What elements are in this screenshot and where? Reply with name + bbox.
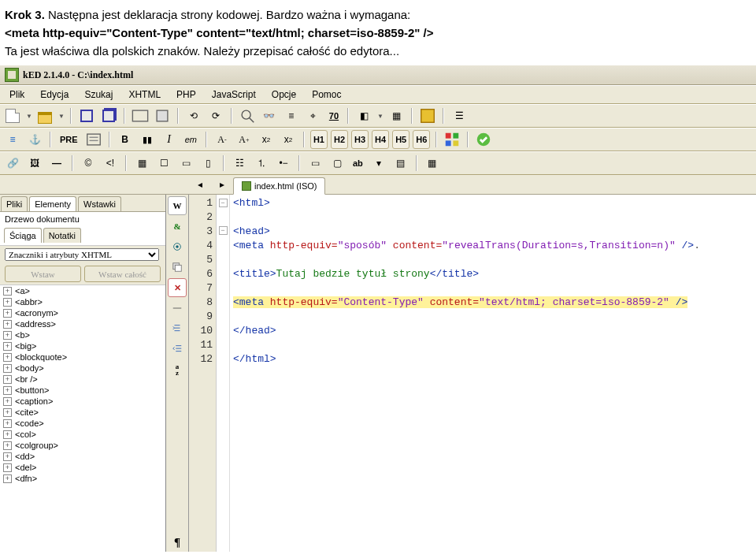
tool-1[interactable] [131,106,150,125]
vbtn-pilcrow[interactable]: ¶ [168,533,187,552]
image-button[interactable]: 🖼 [25,154,44,173]
italic-button[interactable]: I [160,130,179,149]
vbtn-target[interactable] [168,237,187,256]
h2-button[interactable]: H2 [331,130,348,149]
tree-node[interactable]: +<button> [0,385,165,396]
li-button[interactable]: •− [274,154,293,173]
fold-marker[interactable]: − [219,226,228,235]
tree-node[interactable]: +<b> [0,329,165,340]
expand-icon[interactable]: + [3,408,12,417]
tree-node[interactable]: +<dfn> [0,473,165,484]
h4-button[interactable]: H4 [372,130,389,149]
editor-tab-index[interactable]: index.html (ISO) [233,177,325,195]
sidebar-tab-elementy[interactable]: Elementy [29,196,76,211]
menu-xhtml[interactable]: XHTML [122,87,167,102]
open-file-button[interactable] [35,106,54,125]
expand-icon[interactable]: + [3,397,12,406]
menu-szukaj[interactable]: Szukaj [78,87,119,102]
h5-button[interactable]: H5 [392,130,410,149]
sidebar-tab-notatki[interactable]: Notatki [43,228,81,243]
expand-icon[interactable]: + [3,320,12,329]
vbtn-line[interactable] [168,299,187,318]
save-all-button[interactable] [99,106,118,125]
menu-edycja[interactable]: Edycja [34,87,75,102]
tree-node[interactable]: +<colgroup> [0,440,165,451]
vbtn-sortaz[interactable]: az [168,360,187,379]
frame-button[interactable]: ▦ [423,154,442,173]
pre-button[interactable]: PRE [57,130,81,149]
expand-icon[interactable]: + [3,463,12,472]
vbtn-close[interactable]: ✕ [168,278,187,297]
vbtn-outdent[interactable] [168,340,187,359]
sub-button[interactable]: x2 [279,130,298,149]
strike-button[interactable]: ▮▮ [138,130,157,149]
menu-javascript[interactable]: JavaScript [206,87,262,102]
comment-button[interactable]: <! [101,154,120,173]
select-button[interactable]: ▾ [369,154,388,173]
expand-icon[interactable]: + [3,298,12,307]
form-button[interactable]: ▭ [306,154,324,173]
expand-icon[interactable]: + [3,419,12,428]
expand-icon[interactable]: + [3,441,12,450]
tree-node[interactable]: +<address> [0,318,165,329]
expand-icon[interactable]: + [3,386,12,395]
sidebar-tab-wstawki[interactable]: Wstawki [78,196,121,211]
td-button[interactable]: ☐ [154,154,173,173]
expand-icon[interactable]: + [3,452,12,461]
fold-marker[interactable]: − [219,199,228,207]
vbtn-w[interactable]: W [168,196,187,215]
sup-button[interactable]: x2 [257,130,276,149]
anchor2-button[interactable]: ⚓ [25,130,44,149]
ol-button[interactable]: ⒈ [252,154,271,173]
tool-a[interactable]: ◧ [354,106,373,125]
bold-button[interactable]: B [116,130,135,149]
h6-button[interactable]: H6 [413,130,430,149]
tool-d[interactable]: ☰ [450,106,469,125]
tree-node[interactable]: +<code> [0,418,165,429]
expand-icon[interactable]: + [3,364,12,373]
font-smaller-button[interactable]: A- [213,130,232,149]
expand-icon[interactable]: + [3,375,12,384]
expand-icon[interactable]: + [3,430,12,439]
search-button[interactable] [238,106,257,125]
expand-icon[interactable]: + [3,342,12,351]
tree-node[interactable]: +<big> [0,340,165,352]
tool-3[interactable]: ⟲ [184,106,203,125]
special1-button[interactable]: © [79,154,98,173]
tree-node[interactable]: +<dd> [0,451,165,462]
menu-pomoc[interactable]: Pomoc [306,87,347,102]
expand-icon[interactable]: + [3,287,12,296]
h3-button[interactable]: H3 [351,130,369,149]
tool-6[interactable]: ⌖ [304,106,323,125]
tree-node[interactable]: +<abbr> [0,296,165,307]
input-button[interactable]: ▢ [328,154,346,173]
code-editor[interactable]: <html> <head> <meta http-equiv="sposób" … [230,195,756,552]
color-button[interactable] [443,130,461,149]
expand-icon[interactable]: + [3,353,12,362]
next-tab-button[interactable]: ▸ [213,175,232,194]
tree-node[interactable]: +<acronym> [0,307,165,318]
tool-c[interactable] [418,106,437,125]
em-button[interactable]: em [182,130,200,149]
btn-wstaw-calosc[interactable]: Wstaw całość [84,266,161,282]
menu-plik[interactable]: Plik [3,87,31,102]
prev-tab-button[interactable]: ◂ [191,175,209,194]
tool-b[interactable]: ▦ [387,106,406,125]
menu-opcje[interactable]: Opcje [265,87,302,102]
sidebar-tab-sciaga[interactable]: Ściąga [4,228,42,243]
tree-node[interactable]: +<col> [0,429,165,440]
menu-php[interactable]: PHP [170,87,202,102]
vbtn-amp[interactable]: & [168,217,187,236]
tree-node[interactable]: +<blockquote> [0,352,165,363]
vbtn-layers[interactable] [168,258,187,277]
tool-2[interactable] [153,106,172,125]
tree-node[interactable]: +<br /> [0,374,165,385]
para-button[interactable] [84,130,103,149]
sidebar-tab-pliki[interactable]: Pliki [1,196,28,211]
tool-binoc[interactable]: 👓 [260,106,279,125]
tree-node[interactable]: +<caption> [0,396,165,407]
expand-icon[interactable]: + [3,309,12,318]
ab-button[interactable]: ab [350,154,366,173]
expand-icon[interactable]: + [3,331,12,340]
tree-node[interactable]: +<cite> [0,407,165,418]
